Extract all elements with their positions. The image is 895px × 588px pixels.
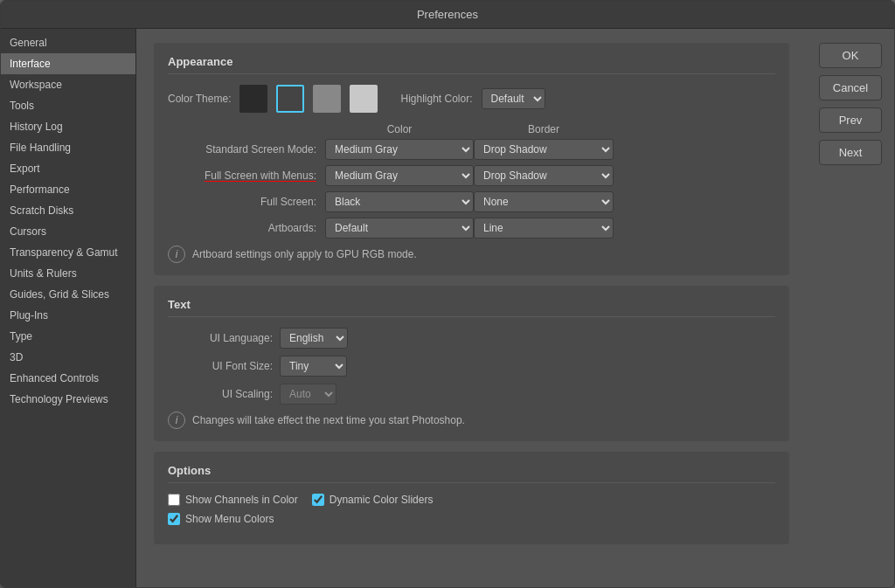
standard-screen-border-select[interactable]: Drop Shadow None Line xyxy=(474,139,614,160)
options-title: Options xyxy=(168,464,775,483)
highlight-color-label: Highlight Color: xyxy=(400,93,472,105)
cancel-button[interactable]: Cancel xyxy=(819,75,882,100)
sidebar-item-3d[interactable]: 3D xyxy=(1,347,135,368)
sidebar-item-enhanced-controls[interactable]: Enhanced Controls xyxy=(1,368,135,389)
dynamic-sliders-checkbox-item[interactable]: Dynamic Color Sliders xyxy=(312,494,434,506)
ui-language-label: UI Language: xyxy=(168,332,273,344)
fullscreen-menus-border-select[interactable]: Drop Shadow None Line xyxy=(474,165,614,186)
ok-button[interactable]: OK xyxy=(819,43,882,68)
theme-swatch-medium-light[interactable] xyxy=(313,85,341,113)
sidebar-item-interface[interactable]: Interface xyxy=(1,53,135,74)
highlight-color-select[interactable]: DefaultBlueGreenRed xyxy=(482,88,545,109)
options-section: Options Show Channels in Color Dynamic C… xyxy=(154,452,789,544)
color-theme-row: Color Theme: Highlight Color: DefaultBlu… xyxy=(168,85,775,113)
sidebar-item-export[interactable]: Export xyxy=(1,158,135,179)
show-menu-colors-checkbox[interactable] xyxy=(168,513,180,525)
standard-screen-row: Standard Screen Mode: Medium Gray Black … xyxy=(168,139,775,160)
dialog-body: GeneralInterfaceWorkspaceToolsHistory Lo… xyxy=(1,29,894,587)
sidebar-item-tools[interactable]: Tools xyxy=(1,95,135,116)
sidebar-item-units-and-rulers[interactable]: Units & Rulers xyxy=(1,263,135,284)
title-bar: Preferences xyxy=(1,1,894,29)
dynamic-sliders-checkbox[interactable] xyxy=(312,494,324,506)
sidebar-item-file-handling[interactable]: File Handling xyxy=(1,137,135,158)
sidebar-item-guides,-grid-and-slices[interactable]: Guides, Grid & Slices xyxy=(1,284,135,305)
empty-header xyxy=(168,123,325,135)
artboards-border-select[interactable]: Line None Drop Shadow xyxy=(474,218,614,239)
sidebar: GeneralInterfaceWorkspaceToolsHistory Lo… xyxy=(1,29,136,587)
text-info-text: Changes will take effect the next time y… xyxy=(192,414,465,426)
fullscreen-menus-row: Full Screen with Menus: Medium Gray Blac… xyxy=(168,165,775,186)
artboards-color-select[interactable]: Default Black Medium Gray xyxy=(325,218,474,239)
text-info-icon: i xyxy=(168,412,185,429)
show-menu-colors-label: Show Menu Colors xyxy=(185,513,274,525)
theme-swatch-dark[interactable] xyxy=(239,85,267,113)
fullscreen-row: Full Screen: Black Medium Gray Default N… xyxy=(168,191,775,212)
theme-swatch-light[interactable] xyxy=(350,85,378,113)
ui-language-row: UI Language: English French German xyxy=(168,328,775,349)
screen-mode-headers: Color Border xyxy=(168,123,775,135)
sidebar-item-history-log[interactable]: History Log xyxy=(1,116,135,137)
preferences-dialog: Preferences GeneralInterfaceWorkspaceToo… xyxy=(0,0,895,588)
sidebar-item-transparency-and-gamut[interactable]: Transparency & Gamut xyxy=(1,242,135,263)
ui-font-size-row: UI Font Size: Tiny Small Medium Large xyxy=(168,356,775,377)
sidebar-item-scratch-disks[interactable]: Scratch Disks xyxy=(1,200,135,221)
appearance-title: Appearance xyxy=(168,55,775,74)
artboard-info-row: i Artboard settings only apply to GPU RG… xyxy=(168,246,775,263)
color-header: Color xyxy=(325,123,474,135)
sidebar-item-cursors[interactable]: Cursors xyxy=(1,221,135,242)
artboards-label: Artboards: xyxy=(168,222,325,234)
text-section-title: Text xyxy=(168,298,775,317)
show-channels-checkbox[interactable] xyxy=(168,494,180,506)
prev-button[interactable]: Prev xyxy=(819,107,882,133)
options-row-2: Show Menu Colors xyxy=(168,513,775,525)
sidebar-item-plug-ins[interactable]: Plug-Ins xyxy=(1,305,135,326)
action-buttons: OK Cancel Prev Next xyxy=(807,29,894,587)
appearance-section: Appearance Color Theme: Highlight Color:… xyxy=(154,43,789,275)
dynamic-sliders-label: Dynamic Color Sliders xyxy=(330,494,434,506)
color-theme-label: Color Theme: xyxy=(168,93,231,105)
text-info-row: i Changes will take effect the next time… xyxy=(168,412,775,429)
dialog-title: Preferences xyxy=(417,8,478,21)
show-channels-checkbox-item[interactable]: Show Channels in Color xyxy=(168,494,298,506)
fullscreen-label: Full Screen: xyxy=(168,196,325,208)
sidebar-item-general[interactable]: General xyxy=(1,32,135,53)
fullscreen-border-select[interactable]: None Drop Shadow Line xyxy=(474,191,614,212)
artboard-info-text: Artboard settings only apply to GPU RGB … xyxy=(192,248,417,260)
fullscreen-menus-color-select[interactable]: Medium Gray Black Default xyxy=(325,165,474,186)
options-row-1: Show Channels in Color Dynamic Color Sli… xyxy=(168,494,775,506)
sidebar-item-technology-previews[interactable]: Technology Previews xyxy=(1,389,135,410)
sidebar-item-performance[interactable]: Performance xyxy=(1,179,135,200)
ui-font-size-label: UI Font Size: xyxy=(168,360,273,372)
show-menu-colors-checkbox-item[interactable]: Show Menu Colors xyxy=(168,513,274,525)
ui-scaling-select[interactable]: Auto 100% 150% xyxy=(280,384,336,405)
main-area: Appearance Color Theme: Highlight Color:… xyxy=(136,29,807,587)
sidebar-item-type[interactable]: Type xyxy=(1,326,135,347)
ui-font-size-select[interactable]: Tiny Small Medium Large xyxy=(280,356,347,377)
fullscreen-color-select[interactable]: Black Medium Gray Default xyxy=(325,191,474,212)
ui-language-select[interactable]: English French German xyxy=(280,328,348,349)
show-channels-label: Show Channels in Color xyxy=(185,494,298,506)
sidebar-item-workspace[interactable]: Workspace xyxy=(1,74,135,95)
theme-swatch-medium-dark[interactable] xyxy=(276,85,304,113)
next-button[interactable]: Next xyxy=(819,140,882,165)
info-icon: i xyxy=(168,246,185,263)
border-header: Border xyxy=(474,123,614,135)
standard-screen-color-select[interactable]: Medium Gray Black Default xyxy=(325,139,474,160)
text-section: Text UI Language: English French German … xyxy=(154,286,789,441)
standard-screen-label: Standard Screen Mode: xyxy=(168,143,325,156)
artboards-row: Artboards: Default Black Medium Gray Lin… xyxy=(168,218,775,239)
fullscreen-menus-label: Full Screen with Menus: xyxy=(168,169,325,182)
ui-scaling-row: UI Scaling: Auto 100% 150% xyxy=(168,384,775,405)
ui-scaling-label: UI Scaling: xyxy=(168,388,273,400)
